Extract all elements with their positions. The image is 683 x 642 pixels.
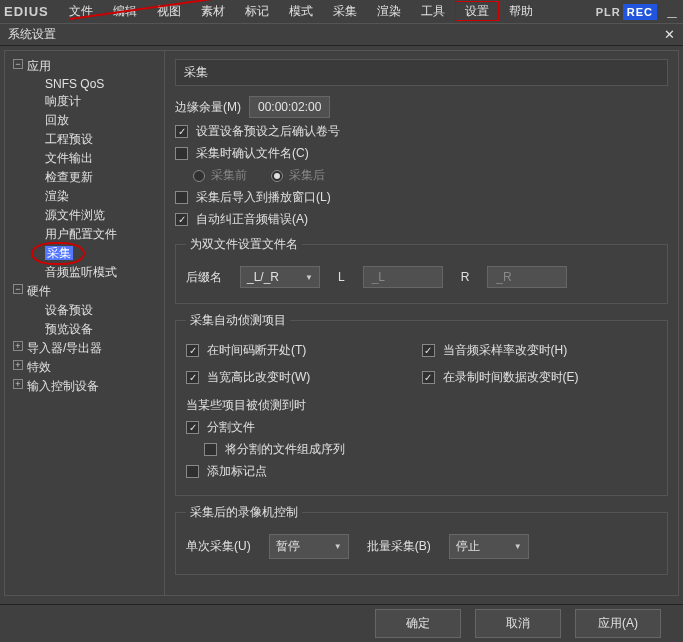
tree-label: 导入器/导出器 bbox=[27, 341, 102, 355]
confirm-reel-label: 设置设备预设之后确认卷号 bbox=[196, 123, 340, 140]
panel-title: 采集 bbox=[175, 59, 668, 86]
single-dropdown[interactable]: 暂停▼ bbox=[269, 534, 349, 559]
r-label: R bbox=[461, 270, 470, 284]
import-playback-label: 采集后导入到播放窗口(L) bbox=[196, 189, 331, 206]
tree-label: 回放 bbox=[45, 113, 69, 127]
dialog-footer: 确定 取消 应用(A) bbox=[0, 604, 683, 642]
menu-标记[interactable]: 标记 bbox=[235, 1, 279, 21]
tree-预览设备[interactable]: 预览设备 bbox=[9, 320, 160, 339]
tree-label: 硬件 bbox=[27, 284, 51, 298]
brand-rec: REC bbox=[623, 4, 657, 20]
confirm-filename-label: 采集时确认文件名(C) bbox=[196, 145, 309, 162]
tree-label: 应用 bbox=[27, 59, 51, 73]
addmarker-label: 添加标记点 bbox=[207, 463, 267, 480]
menu-工具[interactable]: 工具 bbox=[411, 1, 455, 21]
l-label: L bbox=[338, 270, 345, 284]
minimize-icon[interactable]: ＿ bbox=[665, 3, 679, 21]
tree-输入控制设备[interactable]: +输入控制设备 bbox=[9, 377, 160, 396]
tree-label: 源文件浏览 bbox=[45, 208, 105, 222]
aspect-label: 当宽高比改变时(W) bbox=[207, 369, 310, 386]
tree-硬件[interactable]: −硬件 bbox=[9, 282, 160, 301]
splitfile-checkbox[interactable] bbox=[186, 421, 199, 434]
tree-label: 响度计 bbox=[45, 94, 81, 108]
menu-采集[interactable]: 采集 bbox=[323, 1, 367, 21]
nav-tree: −应用SNFS QoS响度计回放工程预设文件输出检查更新渲染源文件浏览用户配置文… bbox=[5, 51, 165, 595]
autofix-audio-label: 自动纠正音频错误(A) bbox=[196, 211, 308, 228]
menu-模式[interactable]: 模式 bbox=[279, 1, 323, 21]
samplerate-label: 当音频采样率改变时(H) bbox=[443, 342, 568, 359]
tree-导入器/导出器[interactable]: +导入器/导出器 bbox=[9, 339, 160, 358]
expand-icon[interactable]: − bbox=[13, 59, 23, 69]
suffix-dropdown[interactable]: _L/_R▼ bbox=[240, 266, 320, 288]
menu-视图[interactable]: 视图 bbox=[147, 1, 191, 21]
apply-button[interactable]: 应用(A) bbox=[575, 609, 661, 638]
recdata-label: 在录制时间数据改变时(E) bbox=[443, 369, 579, 386]
tree-检查更新[interactable]: 检查更新 bbox=[9, 168, 160, 187]
menu-帮助[interactable]: 帮助 bbox=[499, 1, 543, 21]
before-radio-label: 采集前 bbox=[211, 167, 247, 184]
menubar: EDIUS 文件编辑视图素材标记模式采集渲染工具设置帮助 PLR REC ＿ bbox=[0, 0, 683, 24]
margin-label: 边缘余量(M) bbox=[175, 99, 241, 116]
chevron-down-icon: ▼ bbox=[305, 273, 313, 282]
tree-label: 采集 bbox=[45, 246, 73, 260]
makeseq-checkbox[interactable] bbox=[204, 443, 217, 456]
tree-SNFS QoS[interactable]: SNFS QoS bbox=[9, 76, 160, 92]
dualfile-legend: 为双文件设置文件名 bbox=[186, 236, 302, 253]
menu-编辑[interactable]: 编辑 bbox=[103, 1, 147, 21]
menu-文件[interactable]: 文件 bbox=[59, 1, 103, 21]
margin-input[interactable]: 00:00:02:00 bbox=[249, 96, 330, 118]
after-radio[interactable] bbox=[271, 170, 283, 182]
tree-label: 渲染 bbox=[45, 189, 69, 203]
aspect-checkbox[interactable] bbox=[186, 371, 199, 384]
recdata-checkbox[interactable] bbox=[422, 371, 435, 384]
tree-音频监听模式[interactable]: 音频监听模式 bbox=[9, 263, 160, 282]
menu-渲染[interactable]: 渲染 bbox=[367, 1, 411, 21]
expand-icon[interactable]: + bbox=[13, 360, 23, 370]
tree-渲染[interactable]: 渲染 bbox=[9, 187, 160, 206]
expand-icon[interactable]: + bbox=[13, 341, 23, 351]
tree-特效[interactable]: +特效 bbox=[9, 358, 160, 377]
import-playback-checkbox[interactable] bbox=[175, 191, 188, 204]
menu-素材[interactable]: 素材 bbox=[191, 1, 235, 21]
tree-源文件浏览[interactable]: 源文件浏览 bbox=[9, 206, 160, 225]
tree-设备预设[interactable]: 设备预设 bbox=[9, 301, 160, 320]
brand-plr: PLR bbox=[596, 6, 621, 18]
tree-用户配置文件[interactable]: 用户配置文件 bbox=[9, 225, 160, 244]
tree-label: 工程预设 bbox=[45, 132, 93, 146]
batch-label: 批量采集(B) bbox=[367, 538, 431, 555]
tree-label: 音频监听模式 bbox=[45, 265, 117, 279]
confirm-filename-checkbox[interactable] bbox=[175, 147, 188, 160]
tree-响度计[interactable]: 响度计 bbox=[9, 92, 160, 111]
splitfile-label: 分割文件 bbox=[207, 419, 255, 436]
tree-采集[interactable]: 采集 bbox=[9, 244, 160, 263]
tree-工程预设[interactable]: 工程预设 bbox=[9, 130, 160, 149]
tree-应用[interactable]: −应用 bbox=[9, 57, 160, 76]
chevron-down-icon: ▼ bbox=[514, 542, 522, 551]
settings-content: 采集 边缘余量(M) 00:00:02:00 设置设备预设之后确认卷号 采集时确… bbox=[165, 51, 678, 595]
l-suffix-input[interactable]: _L bbox=[363, 266, 443, 288]
autofix-audio-checkbox[interactable] bbox=[175, 213, 188, 226]
close-icon[interactable]: ✕ bbox=[664, 27, 675, 42]
tree-label: 检查更新 bbox=[45, 170, 93, 184]
tc-break-label: 在时间码断开处(T) bbox=[207, 342, 306, 359]
tc-break-checkbox[interactable] bbox=[186, 344, 199, 357]
batch-dropdown[interactable]: 停止▼ bbox=[449, 534, 529, 559]
addmarker-checkbox[interactable] bbox=[186, 465, 199, 478]
single-label: 单次采集(U) bbox=[186, 538, 251, 555]
menu-设置[interactable]: 设置 bbox=[455, 1, 499, 21]
before-radio[interactable] bbox=[193, 170, 205, 182]
samplerate-checkbox[interactable] bbox=[422, 344, 435, 357]
ok-button[interactable]: 确定 bbox=[375, 609, 461, 638]
tree-回放[interactable]: 回放 bbox=[9, 111, 160, 130]
dialog-title: 系统设置 bbox=[8, 26, 56, 43]
expand-icon[interactable]: + bbox=[13, 379, 23, 389]
tree-文件输出[interactable]: 文件输出 bbox=[9, 149, 160, 168]
suffix-label: 后缀名 bbox=[186, 269, 222, 286]
dualfile-fieldset: 为双文件设置文件名 后缀名 _L/_R▼ L _L R _R bbox=[175, 236, 668, 304]
r-suffix-input[interactable]: _R bbox=[487, 266, 567, 288]
after-radio-label: 采集后 bbox=[289, 167, 325, 184]
cancel-button[interactable]: 取消 bbox=[475, 609, 561, 638]
tree-label: SNFS QoS bbox=[45, 77, 104, 91]
expand-icon[interactable]: − bbox=[13, 284, 23, 294]
confirm-reel-checkbox[interactable] bbox=[175, 125, 188, 138]
